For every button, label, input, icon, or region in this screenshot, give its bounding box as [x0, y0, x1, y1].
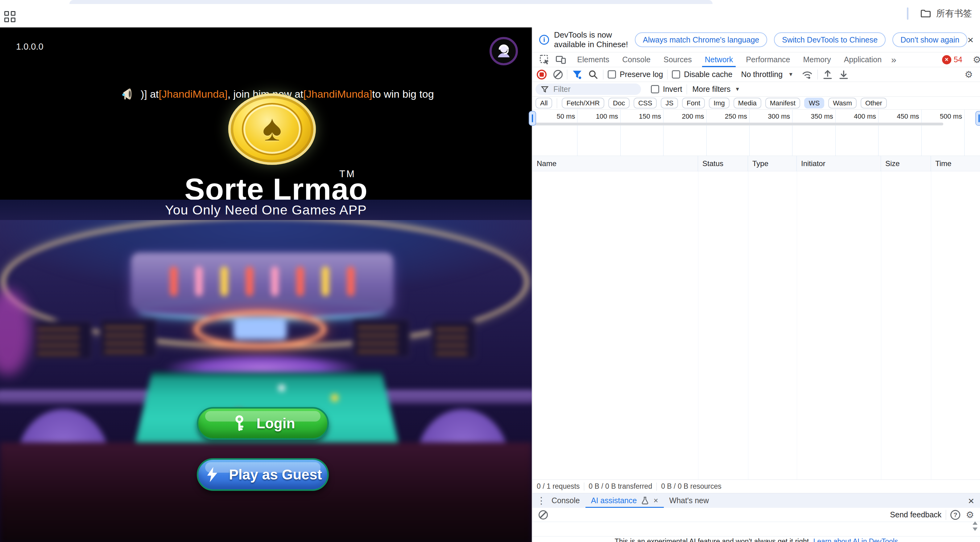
- drawer-tab-ai-assistance[interactable]: AI assistance ×: [585, 493, 664, 508]
- match-chrome-language-button[interactable]: Always match Chrome's language: [635, 32, 767, 47]
- drawer-close-icon[interactable]: ×: [968, 496, 974, 506]
- ruler-tick: 350 ms: [792, 110, 835, 156]
- column-header-size[interactable]: Size: [881, 156, 931, 171]
- ai-chat-empty-area: [532, 522, 980, 536]
- ruler-tick: 150 ms: [620, 110, 663, 156]
- play-as-guest-button[interactable]: Play as Guest: [197, 458, 329, 491]
- close-ai-tab-icon[interactable]: ×: [653, 496, 658, 506]
- app-logo-chip: ♠: [228, 94, 316, 165]
- import-har-icon[interactable]: [822, 69, 833, 80]
- subtitle-band: You Only Need One Games APP: [0, 200, 532, 220]
- scroll-arrows[interactable]: [973, 521, 978, 531]
- disable-cache-checkbox[interactable]: [672, 70, 680, 79]
- invert-checkbox[interactable]: [651, 85, 659, 94]
- tab-memory[interactable]: Memory: [798, 52, 836, 67]
- error-count-badge[interactable]: × 54: [942, 55, 963, 64]
- ruler-tick: 500 ms: [922, 110, 964, 156]
- tab-network[interactable]: Network: [700, 52, 738, 67]
- chip-css[interactable]: CSS: [633, 98, 657, 108]
- throttling-dropdown[interactable]: No throttling ▼: [741, 70, 793, 79]
- chip-font[interactable]: Font: [682, 98, 705, 108]
- omnibox-bottom-edge: [69, 0, 713, 4]
- devtools-language-infobar: i DevTools is now available in Chinese! …: [532, 27, 980, 52]
- preserve-log-checkbox[interactable]: [608, 70, 616, 79]
- marquee-room-tag: [JhandiMunda]: [159, 88, 228, 100]
- more-tabs-icon[interactable]: »: [891, 54, 896, 65]
- overview-left-handle[interactable]: [529, 111, 536, 126]
- clear-network-log-icon[interactable]: [554, 70, 563, 79]
- chip-media[interactable]: Media: [733, 98, 761, 108]
- app-version: 1.0.0.0: [16, 41, 43, 52]
- column-header-time[interactable]: Time: [931, 156, 980, 171]
- more-filters-arrow-icon: ▼: [735, 86, 740, 92]
- chip-doc[interactable]: Doc: [608, 98, 630, 108]
- ruler-tick: 450 ms: [878, 110, 921, 156]
- ruler-tick: 200 ms: [663, 110, 706, 156]
- support-avatar-button[interactable]: [490, 37, 518, 65]
- overview-right-handle[interactable]: [975, 111, 980, 126]
- chip-js[interactable]: JS: [661, 98, 678, 108]
- bookmarks-divider: [907, 7, 908, 20]
- more-filters-label[interactable]: More filters: [692, 85, 731, 94]
- drawer-tab-whats-new[interactable]: What's new: [664, 493, 714, 508]
- help-icon[interactable]: ?: [950, 510, 960, 520]
- tab-performance[interactable]: Performance: [741, 52, 795, 67]
- key-icon: [231, 414, 248, 432]
- tab-grid-icon[interactable]: [4, 11, 17, 24]
- requests-table-header: Name Status Type Initiator Size Time: [532, 156, 980, 171]
- chip-wasm[interactable]: Wasm: [828, 98, 857, 108]
- infobar-close-icon[interactable]: ×: [967, 35, 974, 45]
- network-settings-gear-icon[interactable]: ⚙: [964, 69, 973, 80]
- ruler-tick: 400 ms: [836, 110, 878, 156]
- chip-all[interactable]: All: [536, 98, 552, 108]
- column-header-initiator[interactable]: Initiator: [797, 156, 881, 171]
- clear-chat-icon[interactable]: [539, 510, 548, 520]
- lightning-icon: [204, 466, 221, 483]
- devtools-panel: i DevTools is now available in Chinese! …: [532, 27, 980, 542]
- ruler-tick: 100 ms: [578, 110, 620, 156]
- requests-count: 0 / 1 requests: [537, 482, 580, 491]
- record-network-log-button[interactable]: [537, 70, 547, 79]
- column-header-name[interactable]: Name: [532, 156, 698, 171]
- learn-about-ai-link[interactable]: Learn about AI in DevTools: [813, 537, 898, 542]
- drawer-tab-console[interactable]: Console: [546, 493, 585, 508]
- drawer-kebab-icon[interactable]: ⋮: [537, 495, 546, 506]
- chip-manifest[interactable]: Manifest: [765, 98, 800, 108]
- column-header-type[interactable]: Type: [748, 156, 797, 171]
- filter-placeholder: Filter: [554, 85, 571, 94]
- login-button[interactable]: Login: [197, 407, 329, 440]
- tab-application[interactable]: Application: [839, 52, 887, 67]
- requests-table-body: [532, 171, 980, 479]
- search-icon[interactable]: [588, 69, 599, 80]
- inspect-element-icon[interactable]: [539, 54, 550, 65]
- column-header-status[interactable]: Status: [698, 156, 748, 171]
- folder-icon: [920, 8, 931, 19]
- dont-show-again-button[interactable]: Don't show again: [892, 32, 967, 47]
- overview-scroll-indicator[interactable]: [533, 123, 943, 125]
- experiment-flask-icon: [640, 496, 650, 506]
- ruler-tick: 50 ms: [535, 110, 578, 156]
- settings-gear-icon[interactable]: ⚙: [973, 54, 980, 65]
- chip-fetch-xhr[interactable]: Fetch/XHR: [562, 98, 604, 108]
- export-har-icon[interactable]: [838, 69, 849, 80]
- device-toolbar-icon[interactable]: [555, 54, 566, 65]
- chip-other[interactable]: Other: [861, 98, 887, 108]
- switch-devtools-chinese-button[interactable]: Switch DevTools to Chinese: [774, 32, 886, 47]
- ai-settings-gear-icon[interactable]: ⚙: [966, 509, 974, 520]
- chip-img[interactable]: Img: [709, 98, 730, 108]
- bookmarks-bar-item[interactable]: 所有书签: [907, 7, 972, 20]
- filter-input[interactable]: Filter: [536, 84, 641, 95]
- send-feedback-link[interactable]: Send feedback: [890, 510, 942, 519]
- ai-assistance-toolbar: Send feedback ? ⚙: [532, 508, 980, 522]
- tab-console[interactable]: Console: [617, 52, 656, 67]
- ruler-tick: 250 ms: [707, 110, 749, 156]
- app-subtitle: You Only Need One Games APP: [165, 203, 367, 217]
- tab-elements[interactable]: Elements: [572, 52, 614, 67]
- network-conditions-icon[interactable]: [802, 69, 813, 81]
- error-icon: ×: [942, 55, 951, 64]
- request-type-chips: All Fetch/XHR Doc CSS JS Font Img Media …: [532, 97, 980, 110]
- marquee-text-pre: )] at: [141, 88, 159, 100]
- filter-funnel-icon[interactable]: [571, 69, 583, 80]
- tab-sources[interactable]: Sources: [658, 52, 697, 67]
- chip-ws[interactable]: WS: [804, 98, 824, 108]
